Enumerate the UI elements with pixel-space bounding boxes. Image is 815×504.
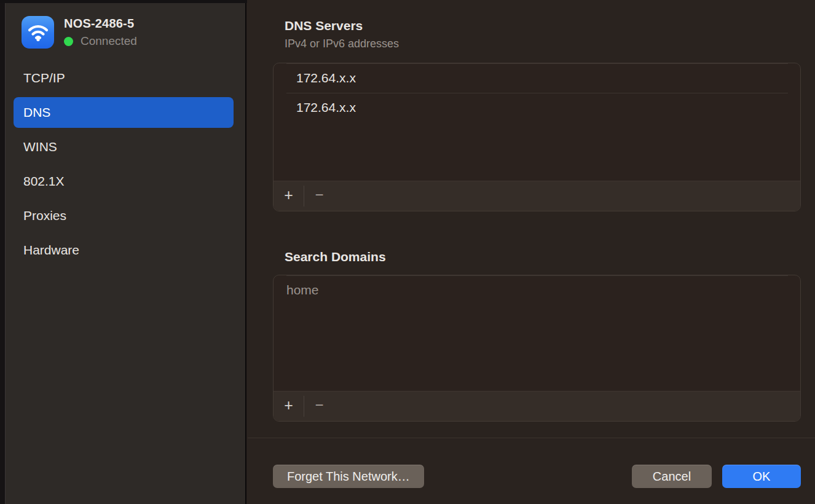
sidebar-item-label: WINS — [23, 140, 57, 154]
sidebar-item-8021x[interactable]: 802.1X — [14, 166, 234, 197]
search-domains-list-box: home + − — [273, 275, 801, 422]
dialog-footer: Forget This Network… Cancel OK — [273, 465, 801, 488]
footer-divider — [248, 438, 815, 438]
sidebar-item-tcpip[interactable]: TCP/IP — [14, 63, 234, 93]
add-search-domain-button[interactable]: + — [274, 392, 304, 421]
connected-status-label: Connected — [81, 34, 137, 48]
sidebar-item-label: Hardware — [23, 243, 79, 258]
remove-dns-server-button[interactable]: − — [304, 181, 334, 211]
sidebar-nav: TCP/IP DNS WINS 802.1X Proxies Hardware — [6, 63, 245, 266]
dns-server-address: 172.64.x.x — [296, 100, 356, 115]
dns-server-row[interactable]: 172.64.x.x — [274, 63, 800, 93]
connected-status-dot — [64, 37, 73, 46]
sidebar-item-label: 802.1X — [23, 174, 65, 189]
forget-network-button[interactable]: Forget This Network… — [273, 465, 424, 488]
network-header: NOS-2486-5 Connected — [6, 16, 245, 49]
search-domain-value: home — [286, 283, 319, 297]
screen-edge-strip — [0, 0, 6, 504]
search-domain-row[interactable]: home — [274, 275, 800, 305]
search-domains-list-controls: + − — [274, 391, 800, 421]
dns-server-address: 172.64.x.x — [296, 71, 356, 85]
sidebar-item-wins[interactable]: WINS — [14, 132, 234, 162]
cancel-button[interactable]: Cancel — [632, 465, 712, 488]
network-details-sidebar: NOS-2486-5 Connected TCP/IP DNS WINS 802… — [6, 0, 246, 504]
sidebar-item-proxies[interactable]: Proxies — [14, 200, 234, 231]
wifi-icon — [22, 16, 54, 49]
sidebar-item-hardware[interactable]: Hardware — [14, 235, 234, 266]
dns-servers-list-box: 172.64.x.x 172.64.x.x + − — [273, 63, 801, 211]
dns-servers-rows: 172.64.x.x 172.64.x.x — [274, 63, 800, 181]
ok-button[interactable]: OK — [722, 465, 801, 488]
remove-search-domain-button[interactable]: − — [304, 392, 334, 421]
dns-servers-title: DNS Servers — [285, 18, 801, 33]
dns-server-row[interactable]: 172.64.x.x — [274, 93, 800, 122]
add-dns-server-button[interactable]: + — [274, 181, 304, 211]
dns-servers-list-controls: + − — [274, 181, 800, 211]
network-name: NOS-2486-5 — [64, 17, 137, 31]
dns-settings-panel: DNS Servers IPv4 or IPv6 addresses 172.6… — [248, 0, 815, 504]
sidebar-item-label: TCP/IP — [23, 71, 65, 85]
window-top-edge — [0, 0, 247, 3]
sidebar-item-label: DNS — [23, 105, 50, 120]
search-domains-title: Search Domains — [285, 250, 801, 264]
sidebar-item-dns[interactable]: DNS — [14, 97, 234, 128]
dns-servers-subtitle: IPv4 or IPv6 addresses — [285, 37, 801, 50]
search-domains-rows: home — [274, 275, 800, 391]
sidebar-item-label: Proxies — [23, 208, 66, 223]
